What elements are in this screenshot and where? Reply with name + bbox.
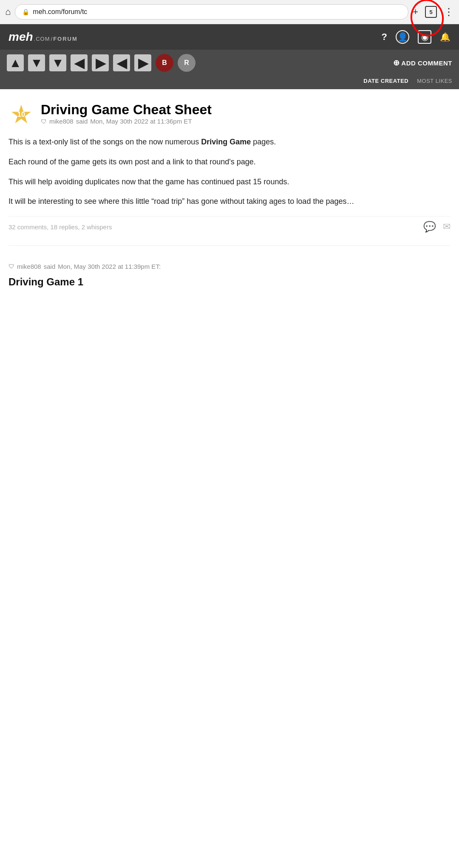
down-arrow-button-1[interactable]: ▼	[28, 54, 45, 71]
toolbar: ▲ ▼ ▼ ◀ ▶ ◀ ▶ B R ⊕ ADD COMMENT	[0, 50, 459, 76]
post-paragraph-3: This will help avoiding duplicates now t…	[8, 176, 450, 188]
site-nav: ? 👤 ◉ 🔔	[382, 30, 450, 44]
add-comment-plus-icon: ⊕	[393, 58, 400, 68]
main-content: ★ 10 Driving Game Cheat Sheet 🛡 mike808 …	[0, 89, 459, 307]
help-icon[interactable]: ?	[382, 31, 387, 42]
post-said: said	[76, 118, 88, 125]
profile-icon[interactable]: 👤	[396, 30, 409, 44]
lock-icon: 🔒	[22, 8, 29, 15]
star-count: 10	[17, 111, 25, 118]
sort-bar: DATE CREATED MOST LIKES	[0, 76, 459, 89]
comment-said: said	[44, 263, 56, 270]
add-comment-button[interactable]: ⊕ ADD COMMENT	[393, 58, 452, 68]
post-body: This is a text-only list of the songs on…	[8, 136, 450, 208]
right-arrow-button-2[interactable]: ▶	[134, 54, 151, 71]
author-shield-icon: 🛡	[41, 118, 47, 125]
mail-icon[interactable]: ✉	[443, 221, 450, 232]
post-title-block: Driving Game Cheat Sheet 🛡 mike808 said …	[41, 102, 212, 125]
post-p1-bold: Driving Game	[201, 138, 251, 146]
left-arrow-button-1[interactable]: ◀	[71, 54, 88, 71]
sort-date-created[interactable]: DATE CREATED	[363, 78, 408, 84]
post-paragraph-4: It will be interesting to see where this…	[8, 195, 450, 208]
post-date: Mon, May 30th 2022 at 11:36pm ET	[90, 118, 192, 125]
comment-date: Mon, May 30th 2022 at 11:39pm ET:	[58, 263, 161, 270]
browser-actions: + 5 ⋮	[413, 6, 454, 18]
shield-icon[interactable]: ◉	[418, 30, 431, 44]
url-text: meh.com/forum/tc	[33, 8, 87, 16]
post-meta: 🛡 mike808 said Mon, May 30th 2022 at 11:…	[41, 118, 212, 125]
post-p1-end: pages.	[251, 138, 276, 146]
browser-menu-icon[interactable]: ⋮	[444, 6, 454, 18]
logo-com: .COM	[34, 36, 50, 42]
comment-1-meta: 🛡 mike808 said Mon, May 30th 2022 at 11:…	[8, 263, 450, 270]
comment-1-body: Driving Game 1	[8, 276, 450, 288]
site-header: meh .COM / FORUM ? 👤 ◉ 🔔	[0, 24, 459, 50]
browser-chrome: ⌂ 🔒 meh.com/forum/tc + 5 ⋮	[0, 0, 459, 24]
post-paragraph-1: This is a text-only list of the songs on…	[8, 136, 450, 148]
tabs-count-badge[interactable]: 5	[425, 6, 437, 18]
site-logo[interactable]: meh .COM / FORUM	[8, 30, 78, 44]
comment-divider	[8, 245, 450, 246]
post-paragraph-2: Each round of the game gets its own post…	[8, 156, 450, 168]
avatar-2[interactable]: R	[178, 54, 196, 72]
address-bar[interactable]: 🔒 meh.com/forum/tc	[15, 4, 408, 20]
add-comment-label: ADD COMMENT	[401, 59, 452, 67]
comment-title: Driving Game 1	[8, 276, 450, 288]
post-p1-text: This is a text-only list of the songs on…	[8, 138, 201, 146]
post-header: ★ 10 Driving Game Cheat Sheet 🛡 mike808 …	[8, 102, 450, 127]
post-author: mike808	[49, 118, 74, 125]
star-badge: ★ 10	[8, 102, 34, 127]
new-tab-icon[interactable]: +	[413, 6, 418, 17]
post-footer: 32 comments, 18 replies, 2 whispers 💬 ✉	[8, 216, 450, 233]
comment-author-shield-icon: 🛡	[8, 263, 14, 270]
avatar-1[interactable]: B	[156, 54, 173, 72]
toolbar-arrows: ▲ ▼ ▼ ◀ ▶ ◀ ▶ B R	[7, 54, 196, 72]
right-arrow-button-1[interactable]: ▶	[92, 54, 109, 71]
post-stats: 32 comments, 18 replies, 2 whispers	[8, 223, 416, 231]
comment-author: mike808	[17, 263, 41, 270]
logo-meh: meh	[8, 30, 33, 44]
down-arrow-button-2[interactable]: ▼	[49, 54, 66, 71]
post-title: Driving Game Cheat Sheet	[41, 102, 212, 118]
sort-most-likes[interactable]: MOST LIKES	[417, 78, 452, 84]
logo-forum: FORUM	[53, 36, 78, 42]
bell-icon[interactable]: 🔔	[440, 32, 450, 42]
comment-icon[interactable]: 💬	[423, 221, 436, 233]
home-icon[interactable]: ⌂	[5, 6, 11, 17]
up-arrow-button[interactable]: ▲	[7, 54, 24, 71]
comment-1: 🛡 mike808 said Mon, May 30th 2022 at 11:…	[8, 254, 450, 299]
left-arrow-button-2[interactable]: ◀	[113, 54, 130, 71]
post: ★ 10 Driving Game Cheat Sheet 🛡 mike808 …	[8, 102, 450, 233]
logo-sep: /	[51, 36, 53, 42]
